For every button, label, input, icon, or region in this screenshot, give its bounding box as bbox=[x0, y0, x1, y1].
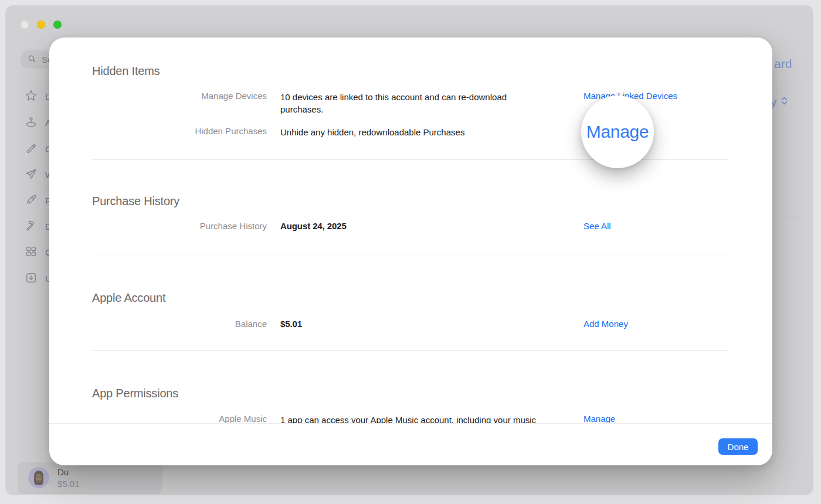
row-description: 1 app can access your Apple Music accoun… bbox=[280, 414, 547, 423]
row-description: Unhide any hidden, redownloadable Purcha… bbox=[280, 126, 547, 138]
avatar bbox=[28, 467, 49, 488]
row-label: Balance bbox=[91, 319, 267, 329]
joystick-icon bbox=[25, 115, 38, 130]
section-title-hidden-items: Hidden Items bbox=[92, 64, 160, 78]
section-title-apple-account: Apple Account bbox=[92, 291, 165, 305]
minimize-button[interactable] bbox=[37, 21, 45, 29]
close-button[interactable] bbox=[21, 21, 29, 29]
account-balance: $5.01 bbox=[57, 479, 80, 489]
star-icon bbox=[25, 89, 38, 104]
paintbrush-icon bbox=[25, 142, 38, 156]
section-title-app-permissions: App Permissions bbox=[92, 387, 178, 400]
chevron-up-down-icon bbox=[781, 95, 788, 109]
background-divider bbox=[780, 217, 802, 217]
row-hidden-purchases: Hidden Purchases Unhide any hidden, redo… bbox=[49, 126, 772, 153]
modal-scroll-area[interactable]: Hidden Items Manage Devices 10 devices a… bbox=[49, 38, 772, 423]
grid-icon bbox=[25, 245, 38, 260]
magnifier-manage-label: Manage bbox=[586, 122, 649, 142]
row-value: August 24, 2025 bbox=[280, 221, 547, 231]
rocket-icon bbox=[25, 193, 38, 208]
row-value: $5.01 bbox=[280, 319, 547, 329]
done-button[interactable]: Done bbox=[718, 438, 758, 455]
paper-plane-icon bbox=[25, 168, 38, 182]
row-purchase-history: Purchase History August 24, 2025 See All bbox=[49, 221, 772, 248]
row-label: Hidden Purchases bbox=[91, 126, 267, 136]
row-description: 10 devices are linked to this account an… bbox=[280, 91, 547, 115]
hammer-icon bbox=[25, 219, 38, 234]
row-label: Apple Music bbox=[91, 414, 267, 423]
account-settings-modal: Hidden Items Manage Devices 10 devices a… bbox=[49, 38, 772, 465]
account-row[interactable]: Du $5.01 bbox=[18, 462, 162, 494]
gift-card-link-fragment[interactable]: ard bbox=[774, 57, 792, 71]
section-divider bbox=[92, 254, 729, 254]
row-manage-devices: Manage Devices 10 devices are linked to … bbox=[49, 91, 772, 118]
account-name: Du bbox=[57, 467, 69, 477]
row-balance: Balance $5.01 Add Money bbox=[49, 319, 772, 346]
sort-dropdown-fragment[interactable]: y bbox=[771, 95, 788, 109]
row-label: Purchase History bbox=[91, 221, 267, 231]
screen: Sea Di Ar bbox=[0, 0, 821, 504]
search-icon bbox=[27, 54, 37, 66]
row-apple-music: Apple Music 1 app can access your Apple … bbox=[49, 414, 772, 423]
see-all-link[interactable]: See All bbox=[583, 221, 611, 231]
section-title-purchase-history: Purchase History bbox=[92, 195, 179, 208]
modal-footer: Done bbox=[49, 423, 772, 465]
magnifier-callout: Manage bbox=[581, 96, 654, 168]
download-icon bbox=[25, 271, 38, 286]
manage-apple-music-link[interactable]: Manage bbox=[583, 414, 615, 423]
row-label: Manage Devices bbox=[91, 91, 267, 101]
zoom-button[interactable] bbox=[53, 21, 62, 29]
add-money-link[interactable]: Add Money bbox=[583, 319, 628, 329]
section-divider bbox=[92, 350, 729, 351]
